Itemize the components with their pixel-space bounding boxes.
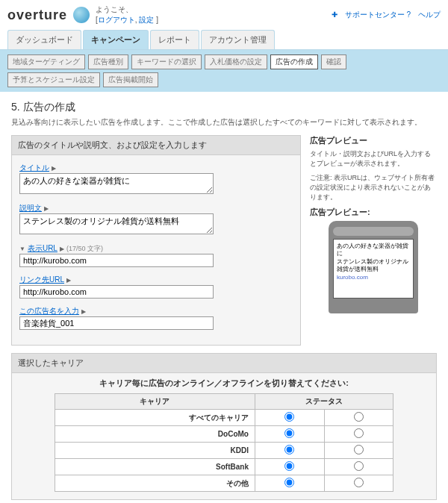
radio-on[interactable] bbox=[284, 461, 294, 471]
phone-earpiece bbox=[333, 227, 414, 236]
sub-tabs: 地域ターゲティング 広告種別 キーワードの選択 入札価格の設定 広告の作成 確認… bbox=[0, 50, 448, 92]
tab-account[interactable]: アカウント管理 bbox=[201, 30, 275, 49]
page-desc: 見込み客向けに表示したい広告を作成します。ここで作成した広告は選択したすべてのキ… bbox=[11, 117, 437, 128]
phone-mockup: あの人の好きな楽器が雑貨に ステンレス製のオリジナル雑貨が送料無料 kurobo… bbox=[329, 221, 418, 313]
carrier-title: キャリア毎に広告のオンライン／オフラインを切り替えてください: bbox=[12, 373, 436, 393]
help-icon: ? bbox=[406, 10, 411, 19]
welcome-text: ようこそ、 bbox=[96, 5, 133, 13]
subtab-keyword[interactable]: キーワードの選択 bbox=[131, 54, 202, 69]
title-input[interactable]: あの人の好きな楽器が雑貨に bbox=[19, 173, 214, 194]
title-label[interactable]: タイトル bbox=[19, 163, 49, 173]
carrier-panel: 選択したキャリア キャリア毎に広告のオンライン／オフラインを切り替えてください:… bbox=[11, 353, 437, 500]
char-count: (17/50 文字) bbox=[66, 244, 103, 254]
desc-input[interactable]: ステンレス製のオリジナル雑貨が送料無料 bbox=[19, 213, 214, 234]
info-icon: ▶ bbox=[66, 277, 71, 284]
preview-ad-desc: ステンレス製のオリジナル雑貨が送料無料 bbox=[337, 258, 410, 274]
subtab-adtype[interactable]: 広告種別 bbox=[88, 54, 128, 69]
welcome-block: ようこそ、 [ログアウト, 設定 ] bbox=[96, 4, 158, 25]
radio-off[interactable] bbox=[354, 428, 364, 438]
subtab-bid[interactable]: 入札価格の設定 bbox=[205, 54, 267, 69]
radio-on[interactable] bbox=[284, 428, 294, 438]
radio-off[interactable] bbox=[354, 461, 364, 471]
table-row: その他 bbox=[55, 475, 393, 492]
help-link[interactable]: ヘルプ bbox=[418, 10, 441, 19]
radio-off[interactable] bbox=[354, 445, 364, 454]
table-row: SoftBank bbox=[55, 459, 393, 475]
link-url-label[interactable]: リンク先URL bbox=[19, 275, 64, 285]
radio-off[interactable] bbox=[354, 412, 364, 422]
tab-dashboard[interactable]: ダッシュボード bbox=[7, 30, 81, 49]
support-link[interactable]: サポートセンター bbox=[345, 10, 405, 19]
selected-carrier-label: 選択したキャリア bbox=[12, 354, 436, 373]
page-title: 5. 広告の作成 bbox=[11, 101, 437, 114]
subtab-start[interactable]: 広告掲載開始 bbox=[103, 72, 158, 87]
collapse-icon[interactable]: ▼ bbox=[19, 246, 25, 252]
radio-off[interactable] bbox=[354, 478, 364, 487]
main-tabs: ダッシュボード キャンペーン レポート アカウント管理 bbox=[0, 30, 448, 50]
info-icon: ▶ bbox=[81, 308, 86, 315]
preview-ad-url: kurobo.com bbox=[337, 274, 410, 281]
info-icon: ▶ bbox=[60, 246, 64, 252]
subtab-budget[interactable]: 予算とスケジュール設定 bbox=[7, 72, 100, 87]
support-icon: ✚ bbox=[332, 10, 337, 19]
tab-campaign[interactable]: キャンペーン bbox=[83, 30, 149, 49]
link-url-input[interactable] bbox=[19, 285, 214, 299]
info-icon: ▶ bbox=[44, 205, 49, 212]
phone-screen: あの人の好きな楽器が雑貨に ステンレス製のオリジナル雑貨が送料無料 kurobo… bbox=[333, 239, 414, 299]
preview-desc1: タイトル・説明文およびURLを入力するとプレビューが表示されます。 bbox=[310, 149, 437, 169]
subtab-confirm[interactable]: 確認 bbox=[321, 54, 346, 69]
info-icon: ▶ bbox=[52, 165, 56, 172]
preview-desc2: ご注意: 表示URLは、ウェブサイト所有者の設定状況により表示されないことがあり… bbox=[310, 173, 437, 202]
form-panel: 広告のタイトルや説明文、および設定を入力します タイトル ▶ あの人の好きな楽器… bbox=[11, 135, 301, 346]
logout-link[interactable]: ログアウト bbox=[98, 16, 135, 24]
ad-name-label[interactable]: この広告名を入力 bbox=[19, 306, 79, 316]
table-row: KDDI bbox=[55, 443, 393, 459]
radio-on[interactable] bbox=[284, 445, 294, 454]
col-status: ステータス bbox=[255, 394, 393, 410]
col-carrier: キャリア bbox=[55, 394, 255, 410]
desc-label[interactable]: 説明文 bbox=[19, 203, 42, 213]
logo-text: overture bbox=[7, 7, 67, 23]
preview-head2: 広告プレビュー: bbox=[310, 207, 437, 218]
preview-ad-title: あの人の好きな楽器が雑貨に bbox=[337, 243, 410, 258]
carrier-table: キャリアステータス すべてのキャリア DoCoMo KDDI SoftBank … bbox=[55, 393, 393, 492]
tab-report[interactable]: レポート bbox=[150, 30, 199, 49]
form-panel-head: 広告のタイトルや説明文、および設定を入力します bbox=[12, 136, 300, 155]
subtab-create[interactable]: 広告の作成 bbox=[270, 54, 318, 69]
display-url-input[interactable] bbox=[19, 254, 214, 267]
subtab-region[interactable]: 地域ターゲティング bbox=[7, 54, 85, 69]
display-url-label[interactable]: 表示URL bbox=[28, 243, 57, 254]
ad-name-input[interactable] bbox=[19, 316, 214, 330]
logo-icon bbox=[73, 7, 90, 23]
radio-on[interactable] bbox=[284, 412, 294, 422]
radio-on[interactable] bbox=[284, 478, 294, 487]
settings-link[interactable]: 設定 bbox=[139, 16, 154, 24]
table-row: DoCoMo bbox=[55, 426, 393, 443]
table-row: すべてのキャリア bbox=[55, 410, 393, 426]
preview-head: 広告プレビュー bbox=[310, 135, 437, 146]
